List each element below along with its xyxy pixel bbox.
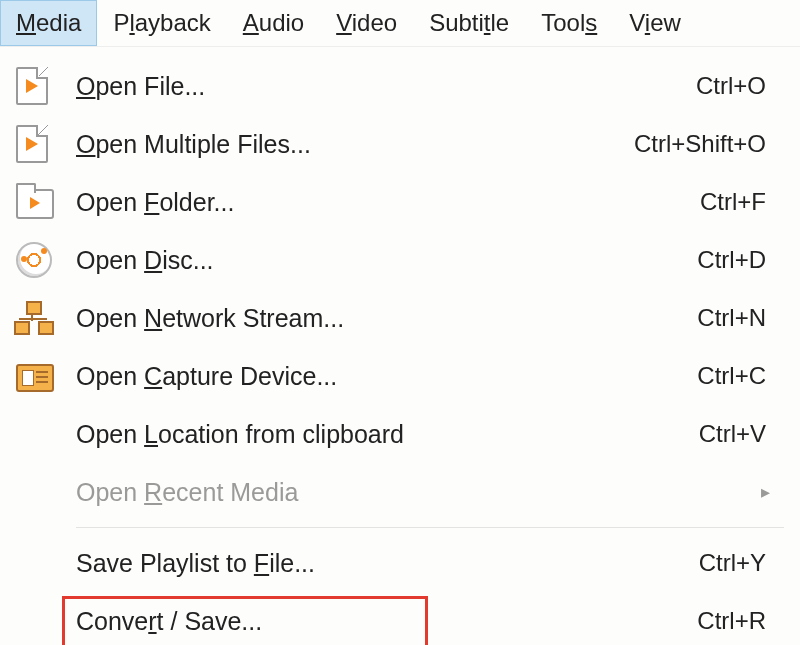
chevron-right-icon: ▸ <box>761 481 770 503</box>
menu-item-open-network-stream[interactable]: Open Network Stream...Ctrl+N <box>0 289 800 347</box>
menubar-item-playback[interactable]: Playback <box>97 0 226 46</box>
menubar-item-tools[interactable]: Tools <box>525 0 613 46</box>
menu-item-open-capture-device[interactable]: Open Capture Device...Ctrl+C <box>0 347 800 405</box>
menu-item-shortcut: Ctrl+F <box>700 188 770 216</box>
media-menu-dropdown: Open File...Ctrl+OOpen Multiple Files...… <box>0 46 800 645</box>
menu-item-open-folder[interactable]: Open Folder...Ctrl+F <box>0 173 800 231</box>
file-icon <box>16 125 76 163</box>
menu-item-shortcut: Ctrl+Y <box>699 549 770 577</box>
menu-item-label: Open Disc... <box>76 246 697 275</box>
menu-separator <box>76 527 784 528</box>
card-icon <box>16 360 76 392</box>
menu-item-shortcut: Ctrl+V <box>699 420 770 448</box>
menubar-item-audio[interactable]: Audio <box>227 0 320 46</box>
menu-item-label: Open Network Stream... <box>76 304 697 333</box>
net-icon <box>16 303 76 333</box>
folder-icon <box>16 185 76 219</box>
menu-item-shortcut: Ctrl+N <box>697 304 770 332</box>
menu-item-shortcut: Ctrl+O <box>696 72 770 100</box>
menu-item-shortcut: Ctrl+R <box>697 607 770 635</box>
menubar-item-media[interactable]: Media <box>0 0 97 46</box>
menu-item-label: Convert / Save... <box>76 607 697 636</box>
menubar-item-subtitle[interactable]: Subtitle <box>413 0 525 46</box>
menu-item-label: Open Capture Device... <box>76 362 697 391</box>
menu-item-open-file[interactable]: Open File...Ctrl+O <box>0 57 800 115</box>
menu-item-label: Open File... <box>76 72 696 101</box>
file-icon <box>16 67 76 105</box>
menu-item-open-disc[interactable]: Open Disc...Ctrl+D <box>0 231 800 289</box>
menu-item-convert-save[interactable]: Convert / Save...Ctrl+R <box>0 592 800 645</box>
menubar-item-view[interactable]: View <box>613 0 697 46</box>
menu-item-label: Open Multiple Files... <box>76 130 634 159</box>
menu-item-open-location-from-clipboard[interactable]: Open Location from clipboardCtrl+V <box>0 405 800 463</box>
menu-item-label: Open Location from clipboard <box>76 420 699 449</box>
menu-item-shortcut: Ctrl+Shift+O <box>634 130 770 158</box>
menu-item-label: Open Recent Media <box>76 478 761 507</box>
menu-item-shortcut: Ctrl+C <box>697 362 770 390</box>
disc-icon <box>16 242 76 278</box>
menu-item-save-playlist-to-file[interactable]: Save Playlist to File...Ctrl+Y <box>0 534 800 592</box>
menubar-item-video[interactable]: Video <box>320 0 413 46</box>
menu-item-label: Open Folder... <box>76 188 700 217</box>
menu-item-label: Save Playlist to File... <box>76 549 699 578</box>
menubar: MediaPlaybackAudioVideoSubtitleToolsView <box>0 0 800 47</box>
menu-item-open-recent-media: Open Recent Media▸ <box>0 463 800 521</box>
menu-item-open-multiple-files[interactable]: Open Multiple Files...Ctrl+Shift+O <box>0 115 800 173</box>
menu-item-shortcut: Ctrl+D <box>697 246 770 274</box>
